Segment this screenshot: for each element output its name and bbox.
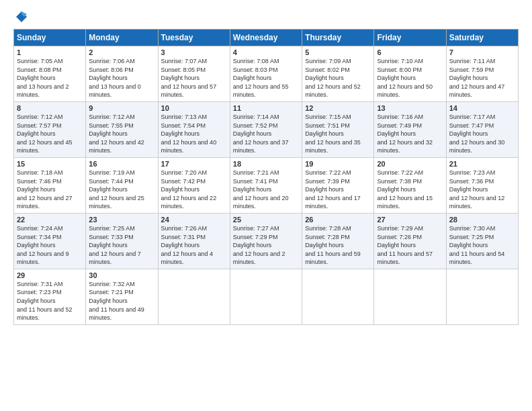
- day-info: Sunrise: 7:28 AM Sunset: 7:28 PM Dayligh…: [305, 224, 371, 267]
- day-info: Sunrise: 7:09 AM Sunset: 8:02 PM Dayligh…: [305, 57, 371, 99]
- calendar-day-cell: 3 Sunrise: 7:07 AM Sunset: 8:05 PM Dayli…: [158, 46, 230, 102]
- day-number: 12: [305, 104, 371, 112]
- day-number: 30: [89, 271, 154, 279]
- day-info: Sunrise: 7:20 AM Sunset: 7:42 PM Dayligh…: [161, 169, 227, 211]
- calendar-day-cell: [230, 269, 302, 324]
- day-number: 25: [233, 216, 299, 224]
- calendar-day-cell: 6 Sunrise: 7:10 AM Sunset: 8:00 PM Dayli…: [374, 46, 446, 102]
- calendar-day-cell: 27 Sunrise: 7:29 AM Sunset: 7:26 PM Dayl…: [374, 213, 446, 269]
- calendar-week-row: 22 Sunrise: 7:24 AM Sunset: 7:34 PM Dayl…: [14, 213, 519, 269]
- day-number: 23: [89, 216, 154, 224]
- calendar-day-cell: 24 Sunrise: 7:26 AM Sunset: 7:31 PM Dayl…: [158, 213, 230, 269]
- day-number: 13: [377, 104, 443, 112]
- day-info: Sunrise: 7:13 AM Sunset: 7:54 PM Dayligh…: [161, 113, 227, 155]
- day-number: 19: [305, 160, 371, 168]
- day-info: Sunrise: 7:31 AM Sunset: 7:23 PM Dayligh…: [17, 280, 83, 322]
- calendar-week-row: 29 Sunrise: 7:31 AM Sunset: 7:23 PM Dayl…: [14, 269, 519, 324]
- day-number: 1: [17, 48, 83, 56]
- calendar-day-cell: 25 Sunrise: 7:27 AM Sunset: 7:29 PM Dayl…: [230, 213, 302, 269]
- calendar-day-cell: 28 Sunrise: 7:30 AM Sunset: 7:25 PM Dayl…: [446, 213, 518, 269]
- calendar-day-cell: 17 Sunrise: 7:20 AM Sunset: 7:42 PM Dayl…: [158, 157, 230, 213]
- day-number: 4: [233, 48, 299, 56]
- calendar-day-cell: 29 Sunrise: 7:31 AM Sunset: 7:23 PM Dayl…: [14, 269, 86, 324]
- calendar-day-cell: 11 Sunrise: 7:14 AM Sunset: 7:52 PM Dayl…: [230, 101, 302, 157]
- day-info: Sunrise: 7:29 AM Sunset: 7:26 PM Dayligh…: [377, 224, 443, 267]
- col-monday: Monday: [86, 30, 158, 46]
- day-number: 2: [89, 48, 154, 56]
- day-number: 8: [17, 104, 83, 112]
- day-number: 9: [89, 104, 154, 112]
- calendar-day-cell: 12 Sunrise: 7:15 AM Sunset: 7:51 PM Dayl…: [302, 101, 374, 157]
- day-info: Sunrise: 7:12 AM Sunset: 7:57 PM Dayligh…: [17, 113, 83, 155]
- day-number: 5: [305, 48, 371, 56]
- day-info: Sunrise: 7:19 AM Sunset: 7:44 PM Dayligh…: [89, 169, 154, 211]
- day-number: 18: [233, 160, 299, 168]
- calendar-day-cell: 7 Sunrise: 7:11 AM Sunset: 7:59 PM Dayli…: [446, 46, 518, 102]
- day-info: Sunrise: 7:22 AM Sunset: 7:38 PM Dayligh…: [377, 169, 443, 211]
- calendar-day-cell: 22 Sunrise: 7:24 AM Sunset: 7:34 PM Dayl…: [14, 213, 86, 269]
- day-info: Sunrise: 7:07 AM Sunset: 8:05 PM Dayligh…: [161, 57, 227, 99]
- calendar-day-cell: 19 Sunrise: 7:22 AM Sunset: 7:39 PM Dayl…: [302, 157, 374, 213]
- day-number: 3: [161, 48, 227, 56]
- calendar-day-cell: 5 Sunrise: 7:09 AM Sunset: 8:02 PM Dayli…: [302, 46, 374, 102]
- calendar-day-cell: 13 Sunrise: 7:16 AM Sunset: 7:49 PM Dayl…: [374, 101, 446, 157]
- day-number: 22: [17, 216, 83, 224]
- day-info: Sunrise: 7:08 AM Sunset: 8:03 PM Dayligh…: [233, 57, 299, 99]
- day-info: Sunrise: 7:32 AM Sunset: 7:21 PM Dayligh…: [89, 280, 154, 322]
- day-number: 29: [17, 271, 83, 279]
- calendar-day-cell: [446, 269, 518, 324]
- col-wednesday: Wednesday: [230, 30, 302, 46]
- calendar-day-cell: 8 Sunrise: 7:12 AM Sunset: 7:57 PM Dayli…: [14, 101, 86, 157]
- day-number: 17: [161, 160, 227, 168]
- day-info: Sunrise: 7:05 AM Sunset: 8:08 PM Dayligh…: [17, 57, 83, 99]
- day-number: 21: [449, 160, 515, 168]
- day-info: Sunrise: 7:10 AM Sunset: 8:00 PM Dayligh…: [377, 57, 443, 99]
- calendar-day-cell: 16 Sunrise: 7:19 AM Sunset: 7:44 PM Dayl…: [86, 157, 158, 213]
- day-info: Sunrise: 7:22 AM Sunset: 7:39 PM Dayligh…: [305, 169, 371, 211]
- calendar-day-cell: 30 Sunrise: 7:32 AM Sunset: 7:21 PM Dayl…: [86, 269, 158, 324]
- calendar-day-cell: 21 Sunrise: 7:23 AM Sunset: 7:36 PM Dayl…: [446, 157, 518, 213]
- calendar-day-cell: 23 Sunrise: 7:25 AM Sunset: 7:33 PM Dayl…: [86, 213, 158, 269]
- col-friday: Friday: [374, 30, 446, 46]
- day-info: Sunrise: 7:17 AM Sunset: 7:47 PM Dayligh…: [449, 113, 515, 155]
- calendar-day-cell: 1 Sunrise: 7:05 AM Sunset: 8:08 PM Dayli…: [14, 46, 86, 102]
- day-info: Sunrise: 7:12 AM Sunset: 7:55 PM Dayligh…: [89, 113, 154, 155]
- col-tuesday: Tuesday: [158, 30, 230, 46]
- calendar-day-cell: 14 Sunrise: 7:17 AM Sunset: 7:47 PM Dayl…: [446, 101, 518, 157]
- day-info: Sunrise: 7:27 AM Sunset: 7:29 PM Dayligh…: [233, 224, 299, 267]
- calendar-day-cell: [374, 269, 446, 324]
- logo: [13, 10, 28, 24]
- calendar-day-cell: 20 Sunrise: 7:22 AM Sunset: 7:38 PM Dayl…: [374, 157, 446, 213]
- page-header: [13, 10, 519, 24]
- day-number: 20: [377, 160, 443, 168]
- calendar-week-row: 8 Sunrise: 7:12 AM Sunset: 7:57 PM Dayli…: [14, 101, 519, 157]
- day-number: 11: [233, 104, 299, 112]
- col-thursday: Thursday: [302, 30, 374, 46]
- day-number: 14: [449, 104, 515, 112]
- calendar-day-cell: 15 Sunrise: 7:18 AM Sunset: 7:46 PM Dayl…: [14, 157, 86, 213]
- calendar-week-row: 15 Sunrise: 7:18 AM Sunset: 7:46 PM Dayl…: [14, 157, 519, 213]
- day-info: Sunrise: 7:11 AM Sunset: 7:59 PM Dayligh…: [449, 57, 515, 99]
- calendar-header-row: Sunday Monday Tuesday Wednesday Thursday…: [14, 30, 519, 46]
- calendar-day-cell: 2 Sunrise: 7:06 AM Sunset: 8:06 PM Dayli…: [86, 46, 158, 102]
- day-info: Sunrise: 7:06 AM Sunset: 8:06 PM Dayligh…: [89, 57, 154, 99]
- day-number: 15: [17, 160, 83, 168]
- col-sunday: Sunday: [14, 30, 86, 46]
- calendar-day-cell: [302, 269, 374, 324]
- day-info: Sunrise: 7:18 AM Sunset: 7:46 PM Dayligh…: [17, 169, 83, 211]
- calendar-day-cell: 18 Sunrise: 7:21 AM Sunset: 7:41 PM Dayl…: [230, 157, 302, 213]
- col-saturday: Saturday: [446, 30, 518, 46]
- logo-icon: [15, 10, 28, 24]
- day-info: Sunrise: 7:25 AM Sunset: 7:33 PM Dayligh…: [89, 224, 154, 267]
- day-number: 24: [161, 216, 227, 224]
- day-info: Sunrise: 7:24 AM Sunset: 7:34 PM Dayligh…: [17, 224, 83, 267]
- day-number: 10: [161, 104, 227, 112]
- calendar-week-row: 1 Sunrise: 7:05 AM Sunset: 8:08 PM Dayli…: [14, 46, 519, 102]
- day-number: 26: [305, 216, 371, 224]
- day-number: 6: [377, 48, 443, 56]
- calendar-day-cell: [158, 269, 230, 324]
- day-info: Sunrise: 7:26 AM Sunset: 7:31 PM Dayligh…: [161, 224, 227, 267]
- calendar-day-cell: 4 Sunrise: 7:08 AM Sunset: 8:03 PM Dayli…: [230, 46, 302, 102]
- day-info: Sunrise: 7:14 AM Sunset: 7:52 PM Dayligh…: [233, 113, 299, 155]
- calendar-day-cell: 9 Sunrise: 7:12 AM Sunset: 7:55 PM Dayli…: [86, 101, 158, 157]
